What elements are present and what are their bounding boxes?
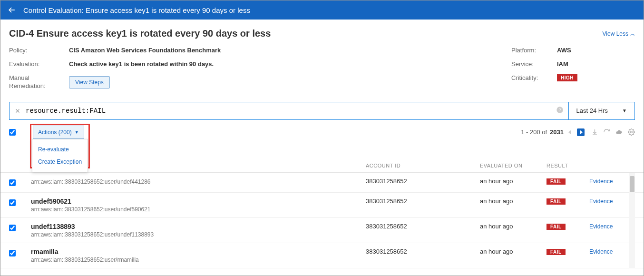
chevron-up-icon: ︽ [630, 30, 635, 37]
table-row: undef590621arn:aws:iam::383031258652:use… [0, 193, 644, 218]
table-row: rmamillaarn:aws:iam::383031258652:user/r… [0, 243, 644, 268]
paging-range: 1 - 200 of [521, 128, 547, 136]
resource-name: rmamilla [31, 248, 366, 256]
menu-item-create-exception[interactable]: Create Exception [32, 156, 88, 168]
col-header-evaluated: EVALUATED ON [480, 163, 546, 168]
account-id: 383031258652 [366, 197, 480, 205]
svg-marker-2 [568, 130, 571, 135]
row-checkbox[interactable] [9, 250, 16, 256]
criticality-badge: HIGH [557, 74, 577, 81]
help-icon[interactable]: ? [556, 106, 564, 115]
evaluated-on: an hour ago [480, 197, 546, 205]
svg-marker-3 [580, 130, 583, 135]
platform-value: AWS [557, 47, 571, 54]
header-bar: Control Evaluation: Ensure access key1 i… [0, 0, 644, 20]
evaluation-label: Evaluation: [9, 60, 61, 68]
service-label: Service: [511, 60, 549, 68]
evaluated-on: an hour ago [480, 223, 546, 230]
chevron-down-icon: ▼ [75, 130, 79, 135]
evaluated-on: an hour ago [480, 248, 546, 255]
header-title: Control Evaluation: Ensure access key1 i… [23, 6, 250, 14]
view-less-label: View Less [603, 30, 628, 37]
page-title: CID-4 Ensure access key1 is rotated ever… [9, 28, 271, 39]
search-input[interactable] [26, 107, 556, 115]
menu-item-reevaluate[interactable]: Re-evaluate [32, 143, 88, 156]
back-button[interactable] [7, 5, 17, 15]
select-all-checkbox[interactable] [9, 129, 16, 136]
account-id: 383031258652 [366, 177, 480, 185]
account-id: 383031258652 [366, 248, 480, 255]
evidence-link[interactable]: Evidence [589, 178, 613, 185]
policy-value: CIS Amazon Web Services Foundations Benc… [69, 47, 221, 54]
gear-icon[interactable] [628, 128, 635, 136]
search-bar: ? Last 24 Hrs ▼ [9, 102, 635, 120]
result-badge: FAIL [546, 198, 566, 205]
svg-text:?: ? [558, 108, 561, 113]
result-badge: FAIL [546, 178, 566, 185]
result-badge: FAIL [546, 249, 566, 255]
evidence-link[interactable]: Evidence [589, 223, 613, 230]
resource-arn: arn:aws:iam::383031258652:user/undef4412… [31, 178, 366, 185]
row-checkbox[interactable] [9, 225, 16, 231]
svg-point-4 [631, 131, 633, 133]
evaluated-on: an hour ago [480, 177, 546, 185]
row-checkbox[interactable] [9, 199, 16, 206]
evaluation-value: Check active key1 is been rotated within… [69, 60, 214, 68]
cloud-icon[interactable] [615, 128, 623, 136]
resource-name: undef590621 [31, 197, 366, 205]
resource-arn: arn:aws:iam::383031258652:user/undef5906… [31, 206, 366, 213]
details-panel: Policy: CIS Amazon Web Services Foundati… [0, 44, 644, 99]
account-id: 383031258652 [366, 223, 480, 230]
col-header-account: ACCOUNT ID [366, 163, 480, 168]
time-range-select[interactable]: Last 24 Hrs ▼ [568, 102, 634, 119]
next-page-button[interactable] [577, 128, 585, 136]
refresh-icon[interactable] [603, 128, 610, 136]
table-row: undef1138893arn:aws:iam::383031258652:us… [0, 218, 644, 243]
evidence-link[interactable]: Evidence [589, 248, 613, 255]
view-less-toggle[interactable]: View Less ︽ [603, 30, 635, 37]
service-value: IAM [557, 60, 568, 68]
chevron-down-icon: ▼ [622, 108, 627, 113]
prev-page-button[interactable] [566, 128, 574, 136]
row-checkbox[interactable] [9, 179, 16, 186]
remediation-label: ManualRemediation: [9, 74, 61, 90]
result-badge: FAIL [546, 224, 566, 230]
scrollbar[interactable] [629, 173, 635, 268]
results-table: ACCOUNT ID EVALUATED ON RESULT arn:aws:i… [0, 159, 644, 268]
policy-label: Policy: [9, 47, 61, 54]
actions-button-label: Actions (200) [38, 129, 72, 136]
resource-name: undef1138893 [31, 223, 366, 230]
col-header-result: RESULT [546, 163, 589, 168]
resource-arn: arn:aws:iam::383031258652:user/rmamilla [31, 256, 366, 263]
evidence-link[interactable]: Evidence [589, 198, 613, 205]
clear-search-icon[interactable] [14, 108, 21, 114]
actions-button[interactable]: Actions (200) ▼ [33, 126, 84, 139]
table-row: arn:aws:iam::383031258652:user/undef4412… [0, 173, 644, 193]
download-icon[interactable] [591, 128, 598, 136]
paging-total: 2031 [550, 128, 564, 136]
platform-label: Platform: [511, 47, 549, 54]
toolbar: Actions (200) ▼ Re-evaluate Create Excep… [0, 120, 644, 140]
criticality-label: Criticality: [511, 74, 549, 81]
pagination: 1 - 200 of 2031 [521, 128, 585, 136]
resource-arn: arn:aws:iam::383031258652:user/undef1138… [31, 231, 366, 238]
time-range-label: Last 24 Hrs [576, 107, 608, 114]
actions-menu: Re-evaluate Create Exception [32, 139, 88, 172]
view-steps-button[interactable]: View Steps [69, 76, 110, 89]
